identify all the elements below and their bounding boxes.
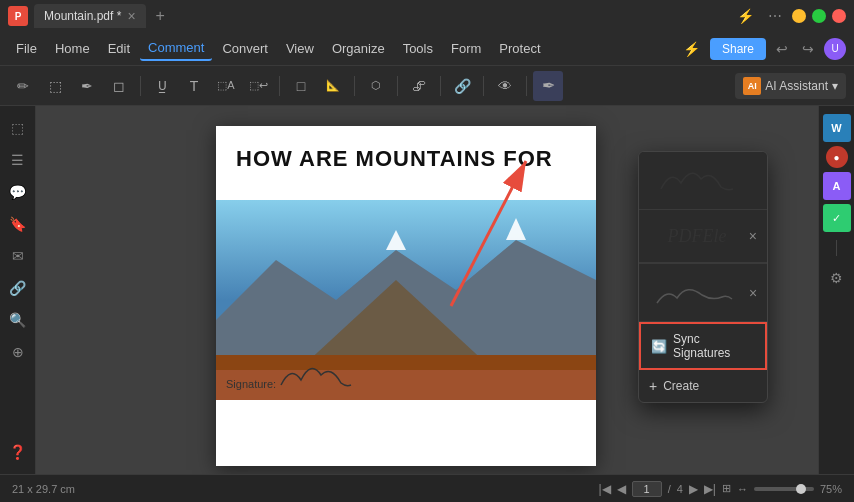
app-icon: P xyxy=(8,6,28,26)
signature-image-2: PDFEle xyxy=(647,216,747,256)
pen-btn[interactable]: ✒ xyxy=(72,71,102,101)
window-controls: ⚡ ⋯ xyxy=(733,6,846,26)
highlight-btn[interactable]: ✏ xyxy=(8,71,38,101)
ai-chevron: ▾ xyxy=(832,79,838,93)
link-panel-btn[interactable]: 🔗 xyxy=(4,274,32,302)
signature-image-3 xyxy=(647,270,747,315)
fit-page-btn[interactable]: ⊞ xyxy=(722,482,731,495)
sep2 xyxy=(279,76,280,96)
menu-comment[interactable]: Comment xyxy=(140,36,212,61)
menu-convert[interactable]: Convert xyxy=(214,37,276,60)
menu-right: ⚡ Share ↩ ↪ U xyxy=(679,38,846,60)
callout-btn[interactable]: ⬚A xyxy=(211,71,241,101)
user-avatar[interactable]: U xyxy=(824,38,846,60)
sep6 xyxy=(483,76,484,96)
title-bar: P Mountain.pdf * × + ⚡ ⋯ xyxy=(0,0,854,32)
signature-label: Signature: xyxy=(226,378,276,390)
menu-edit[interactable]: Edit xyxy=(100,37,138,60)
sig3-close-btn[interactable]: × xyxy=(747,283,759,303)
new-tab-btn[interactable]: + xyxy=(156,7,165,25)
settings-icon-btn[interactable]: ⋯ xyxy=(764,6,786,26)
nav-next-btn[interactable]: ▶ xyxy=(689,482,698,496)
sig2-close-btn[interactable]: × xyxy=(747,226,759,246)
fit-width-btn[interactable]: ↔ xyxy=(737,483,748,495)
record-btn[interactable]: ● xyxy=(826,146,848,168)
canvas-area: HOW ARE MOUNTAINS FOR xyxy=(36,106,818,474)
nav-prev-btn[interactable]: ◀ xyxy=(617,482,626,496)
menu-bar: File Home Edit Comment Convert View Orga… xyxy=(0,32,854,66)
underline-btn[interactable]: U̲ xyxy=(147,71,177,101)
ai-icon: AI xyxy=(743,77,761,95)
sync-signatures-btn[interactable]: 🔄 Sync Signatures xyxy=(639,322,767,370)
help-btn[interactable]: ❓ xyxy=(4,438,32,466)
eraser-btn[interactable]: ◻ xyxy=(104,71,134,101)
right-settings-btn[interactable]: ⚙ xyxy=(823,264,851,292)
pdf-content: HOW ARE MOUNTAINS FOR xyxy=(216,126,596,200)
attachment-panel-btn[interactable]: 🔖 xyxy=(4,210,32,238)
document-tab[interactable]: Mountain.pdf * × xyxy=(34,4,146,28)
signature-item-2[interactable]: PDFEle × xyxy=(639,210,767,263)
page-total: 4 xyxy=(677,483,683,495)
page-thumbnails-btn[interactable]: ⬚ xyxy=(4,114,32,142)
menu-file[interactable]: File xyxy=(8,37,45,60)
sep3 xyxy=(354,76,355,96)
bookmarks-btn[interactable]: ☰ xyxy=(4,146,32,174)
signature-btn[interactable]: ✒ xyxy=(533,71,563,101)
right-sep xyxy=(836,240,837,256)
menu-tools[interactable]: Tools xyxy=(395,37,441,60)
sep1 xyxy=(140,76,141,96)
menu-form[interactable]: Form xyxy=(443,37,489,60)
pdf-image: Signature: xyxy=(216,200,596,400)
signature-item-1[interactable] xyxy=(639,152,767,210)
create-label: Create xyxy=(663,379,699,393)
status-bar: 21 x 29.7 cm |◀ ◀ / 4 ▶ ▶| ⊞ ↔ 75% xyxy=(0,474,854,502)
measure-btn[interactable]: 📐 xyxy=(318,71,348,101)
sep4 xyxy=(397,76,398,96)
maximize-btn[interactable] xyxy=(812,9,826,23)
redact-btn[interactable]: 👁 xyxy=(490,71,520,101)
shape-btn[interactable]: ⬚↩ xyxy=(243,71,273,101)
page-number-input[interactable] xyxy=(632,481,662,497)
note-btn[interactable]: ⬚ xyxy=(40,71,70,101)
layers-btn[interactable]: ⊕ xyxy=(4,338,32,366)
zoom-level: 75% xyxy=(820,483,842,495)
link-btn[interactable]: 🔗 xyxy=(447,71,477,101)
signature-image-1 xyxy=(647,158,759,203)
signature-dropdown: PDFEle × × 🔄 Sync Signatures xyxy=(638,151,768,403)
redo-icon[interactable]: ↪ xyxy=(798,39,818,59)
rect-btn[interactable]: □ xyxy=(286,71,316,101)
undo-icon[interactable]: ↩ xyxy=(772,39,792,59)
create-plus-icon: + xyxy=(649,378,657,394)
menu-organize[interactable]: Organize xyxy=(324,37,393,60)
menu-view[interactable]: View xyxy=(278,37,322,60)
comments-panel-btn[interactable]: 💬 xyxy=(4,178,32,206)
minimize-btn[interactable] xyxy=(792,9,806,23)
menu-home[interactable]: Home xyxy=(47,37,98,60)
toolbar-icon-btn[interactable]: ⚡ xyxy=(733,6,758,26)
annotation-btn[interactable]: ✉ xyxy=(4,242,32,270)
nav-start-btn[interactable]: |◀ xyxy=(599,482,611,496)
check-btn[interactable]: ✓ xyxy=(823,204,851,232)
tab-close-btn[interactable]: × xyxy=(127,8,135,24)
signature-item-3[interactable]: × xyxy=(639,264,767,322)
zoom-slider[interactable] xyxy=(754,487,814,491)
text-btn[interactable]: T xyxy=(179,71,209,101)
close-btn[interactable] xyxy=(832,9,846,23)
attach-btn[interactable]: 🖇 xyxy=(404,71,434,101)
left-sidebar: ⬚ ☰ 💬 🔖 ✉ 🔗 🔍 ⊕ ❓ xyxy=(0,106,36,474)
menu-protect[interactable]: Protect xyxy=(491,37,548,60)
create-signature-btn[interactable]: + Create xyxy=(639,370,767,402)
stamp-btn[interactable]: ⬡ xyxy=(361,71,391,101)
pdf-page: HOW ARE MOUNTAINS FOR xyxy=(216,126,596,466)
toolbar: ✏ ⬚ ✒ ◻ U̲ T ⬚A ⬚↩ □ 📐 ⬡ 🖇 🔗 👁 ✒ AI AI A… xyxy=(0,66,854,106)
zoom-thumb[interactable] xyxy=(796,484,806,494)
ai-label: AI Assistant xyxy=(765,79,828,93)
right-sidebar: W ● A ✓ ⚙ xyxy=(818,106,854,474)
share-button[interactable]: Share xyxy=(710,38,766,60)
word-plugin-btn[interactable]: W xyxy=(823,114,851,142)
nav-end-btn[interactable]: ▶| xyxy=(704,482,716,496)
plugin-a-btn[interactable]: A xyxy=(823,172,851,200)
ai-assistant-btn[interactable]: AI AI Assistant ▾ xyxy=(735,73,846,99)
lightning-icon[interactable]: ⚡ xyxy=(679,39,704,59)
search-panel-btn[interactable]: 🔍 xyxy=(4,306,32,334)
